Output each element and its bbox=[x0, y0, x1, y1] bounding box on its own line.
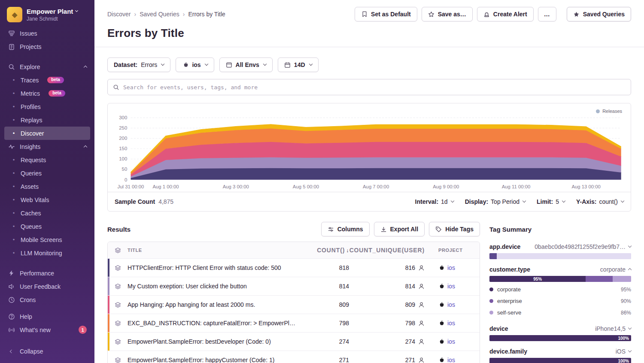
ellipsis-icon: … bbox=[544, 11, 550, 18]
help-icon bbox=[8, 313, 15, 320]
tag-distribution-bar[interactable] bbox=[489, 253, 631, 259]
chevron-up-icon bbox=[84, 65, 87, 69]
project-link[interactable]: ios bbox=[447, 283, 455, 290]
sidebar-item-traces[interactable]: Tracesbeta bbox=[4, 73, 90, 87]
date-range-selector[interactable]: 14D bbox=[278, 57, 319, 72]
search-icon bbox=[8, 63, 15, 70]
pulse-icon bbox=[8, 143, 15, 150]
sidebar-item-queries[interactable]: Queries bbox=[4, 166, 90, 180]
hide-tags-button[interactable]: Hide Tags bbox=[429, 222, 480, 236]
more-options-button[interactable]: … bbox=[538, 7, 556, 21]
save-as-button[interactable]: Save as… bbox=[422, 7, 473, 21]
chart-legend[interactable]: Releases bbox=[110, 108, 625, 115]
sidebar-item-queues[interactable]: Queues bbox=[4, 220, 90, 233]
sidebar-item-help[interactable]: Help bbox=[4, 310, 90, 323]
chevron-down-icon bbox=[628, 244, 632, 248]
sidebar-item-profiles[interactable]: Profiles bbox=[4, 100, 90, 113]
tag-legend-item[interactable]: self-serve 86% bbox=[489, 307, 631, 318]
org-user: Jane Schmidt bbox=[27, 16, 78, 22]
apple-icon bbox=[438, 357, 444, 363]
sidebar-collapse-button[interactable]: Collapse bbox=[4, 345, 90, 358]
sidebar-item-requests[interactable]: Requests bbox=[4, 153, 90, 166]
error-title[interactable]: HTTPClientError: HTTP Client Error with … bbox=[128, 264, 304, 271]
sidebar-item-metrics[interactable]: Metricsbeta bbox=[4, 87, 90, 100]
table-row[interactable]: EXC_BAD_INSTRUCTION: captureFatalError: … bbox=[108, 314, 480, 332]
breadcrumb-discover[interactable]: Discover bbox=[107, 11, 131, 18]
bullet-icon bbox=[11, 236, 16, 243]
error-title[interactable]: App Hanging: App hanging for at least 20… bbox=[128, 301, 304, 308]
lightning-icon bbox=[8, 269, 15, 277]
display-selector[interactable]: Display: Top Period bbox=[465, 198, 526, 205]
megaphone-icon bbox=[8, 283, 15, 290]
window-icon bbox=[226, 62, 232, 68]
yaxis-selector[interactable]: Y-Axis: count() bbox=[576, 198, 624, 205]
svg-text:Aug 11 00:00: Aug 11 00:00 bbox=[502, 185, 531, 189]
tag-legend-item[interactable]: enterprise 90% bbox=[489, 295, 631, 307]
interval-selector[interactable]: Interval: 1d bbox=[415, 198, 454, 205]
search-bar bbox=[107, 79, 631, 95]
sidebar-item-assets[interactable]: Assets bbox=[4, 180, 90, 193]
table-row[interactable]: EmpowerPlant.SampleError: happyCustomer … bbox=[108, 351, 480, 363]
count-unique-value: 809 bbox=[405, 301, 415, 308]
sidebar-item-crons[interactable]: Crons bbox=[4, 293, 90, 306]
project-selector[interactable]: ios bbox=[176, 57, 214, 72]
sidebar-section-insights[interactable]: Insights bbox=[4, 140, 90, 153]
header-count-unique[interactable]: COUNT_UNIQUE(USER) bbox=[351, 247, 428, 254]
sidebar-item-performance[interactable]: Performance bbox=[4, 266, 90, 280]
dataset-selector[interactable]: Dataset: Errors bbox=[107, 57, 170, 72]
tag-distribution-bar[interactable]: 100% bbox=[489, 358, 631, 363]
set-as-default-button[interactable]: Set as Default bbox=[355, 7, 417, 21]
project-link[interactable]: ios bbox=[447, 338, 455, 345]
user-icon bbox=[418, 283, 425, 290]
table-row[interactable]: My Custom exeption: User clicked the but… bbox=[108, 277, 480, 295]
sidebar-item-replays[interactable]: Replays bbox=[4, 113, 90, 127]
sidebar-item-caches[interactable]: Caches bbox=[4, 206, 90, 220]
table-header-row: TITLE COUNT()↓ COUNT_UNIQUE(USER) PROJEC… bbox=[108, 242, 480, 258]
environment-selector[interactable]: All Envs bbox=[219, 57, 273, 72]
table-row[interactable]: App Hanging: App hanging for at least 20… bbox=[108, 295, 480, 314]
count-unique-value: 274 bbox=[405, 338, 415, 345]
chevron-down-icon bbox=[621, 199, 624, 203]
tag-distribution-bar[interactable]: 95% bbox=[489, 276, 631, 282]
sidebar-item-issues[interactable]: Issues bbox=[4, 27, 90, 40]
sample-count: Sample Count 4,875 bbox=[115, 198, 173, 205]
stacked-area-chart[interactable]: 050100150200250300Jul 31 00:00Aug 1 00:0… bbox=[110, 115, 625, 191]
error-title[interactable]: EmpowerPlant.SampleError: bestDeveloper … bbox=[128, 338, 304, 345]
sidebar-item-discover[interactable]: Discover bbox=[4, 127, 90, 140]
search-input[interactable] bbox=[123, 84, 626, 91]
project-link[interactable]: ios bbox=[447, 301, 455, 308]
sidebar-item-projects[interactable]: Projects bbox=[4, 40, 90, 53]
sidebar-item-whats-new[interactable]: What's new 1 bbox=[4, 323, 90, 336]
error-title[interactable]: My Custom exeption: User clicked the but… bbox=[128, 283, 304, 290]
sidebar-item-llm-monitoring[interactable]: LLM Monitoring bbox=[4, 246, 90, 260]
export-all-button[interactable]: Export All bbox=[374, 222, 425, 236]
project-link[interactable]: ios bbox=[447, 357, 455, 363]
error-title[interactable]: EmpowerPlant.SampleError: happyCustomer … bbox=[128, 357, 304, 363]
tag-legend-item[interactable]: corporate 95% bbox=[489, 284, 631, 295]
header-project: PROJECT bbox=[428, 248, 480, 253]
header-count[interactable]: COUNT()↓ bbox=[304, 247, 351, 254]
limit-selector[interactable]: Limit: 5 bbox=[537, 198, 565, 205]
breadcrumb-saved-queries[interactable]: Saved Queries bbox=[140, 11, 179, 18]
project-link[interactable]: ios bbox=[447, 320, 455, 327]
sidebar-item-mobile-screens[interactable]: Mobile Screens bbox=[4, 233, 90, 246]
columns-button[interactable]: Columns bbox=[321, 222, 370, 236]
layers-icon bbox=[108, 302, 128, 308]
project-link[interactable]: ios bbox=[447, 264, 455, 271]
user-icon bbox=[418, 339, 425, 345]
bullet-icon bbox=[11, 170, 16, 176]
sidebar-item-user-feedback[interactable]: User Feedback bbox=[4, 280, 90, 293]
table-row[interactable]: EmpowerPlant.SampleError: bestDeveloper … bbox=[108, 332, 480, 351]
sidebar-item-web-vitals[interactable]: Web Vitals bbox=[4, 193, 90, 206]
tag-distribution-bar[interactable]: 100% bbox=[489, 335, 631, 341]
chevron-down-icon bbox=[204, 62, 208, 66]
org-switcher[interactable]: Empower Plant Jane Schmidt bbox=[4, 6, 90, 27]
create-alert-button[interactable]: Create Alert bbox=[477, 7, 534, 21]
table-row[interactable]: HTTPClientError: HTTP Client Error with … bbox=[108, 258, 480, 277]
error-title[interactable]: EXC_BAD_INSTRUCTION: captureFatalError: … bbox=[128, 320, 304, 327]
user-icon bbox=[418, 357, 425, 363]
sort-desc-icon: ↓ bbox=[346, 248, 349, 254]
saved-queries-button[interactable]: Saved Queries bbox=[567, 7, 631, 21]
sidebar-section-explore[interactable]: Explore bbox=[4, 60, 90, 73]
tag-device-family: device.family iOS 100% bbox=[489, 348, 631, 363]
